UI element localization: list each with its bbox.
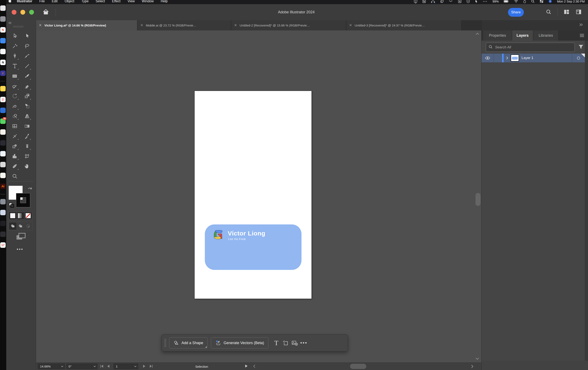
last-artboard-icon[interactable] [148, 364, 153, 368]
panel-menu-icon[interactable] [579, 33, 584, 38]
dock-app-icon[interactable]: Ai [0, 184, 6, 189]
shield-check-status-icon[interactable] [467, 0, 470, 3]
layer-name-label[interactable]: Layer 1 [522, 56, 572, 60]
keyboard-a-status-icon[interactable] [458, 0, 462, 3]
stroke-color-swatch[interactable] [16, 193, 30, 207]
place-image-icon[interactable] [290, 337, 299, 348]
menu-item-type[interactable]: Type [81, 0, 89, 3]
rotation-field[interactable]: 0° [66, 364, 97, 369]
apple-menu-icon[interactable] [8, 0, 11, 4]
share-button[interactable]: Share [508, 8, 524, 17]
dock-app-icon[interactable]: 2 [0, 97, 6, 102]
menu-item-view[interactable]: View [127, 0, 135, 3]
zoom-window-button[interactable] [29, 10, 34, 15]
dock-app-icon[interactable] [0, 16, 6, 22]
horizontal-scrollbar-thumb[interactable] [350, 364, 366, 369]
close-tab-icon[interactable] [234, 23, 237, 27]
line-segment-tool[interactable] [23, 62, 31, 70]
workspace-switcher-icon[interactable] [576, 9, 582, 16]
layer-thumbnail[interactable] [511, 54, 519, 62]
slice-tool[interactable] [11, 162, 19, 170]
menu-item-edit[interactable]: Edit [52, 0, 58, 3]
spotlight-search-icon[interactable] [531, 0, 535, 3]
shaper-tool[interactable] [11, 82, 19, 90]
scroll-up-icon[interactable] [475, 32, 479, 36]
vertical-scrollbar-thumb[interactable] [475, 193, 481, 206]
arrange-documents-icon[interactable] [563, 9, 570, 16]
dock-app-icon[interactable]: N [0, 27, 6, 33]
dock-app-icon[interactable] [0, 49, 6, 54]
notion-status-icon[interactable] [422, 0, 426, 3]
symbol-sprayer-tool[interactable] [23, 142, 31, 150]
menu-item-select[interactable]: Select [96, 0, 105, 3]
dock-app-icon[interactable] [0, 108, 6, 113]
artboard-tool[interactable] [23, 152, 31, 160]
ellipsis-status-icon[interactable]: ••• [483, 0, 488, 3]
color-fill-button[interactable] [9, 212, 16, 219]
droplet-status-icon[interactable] [523, 0, 526, 3]
type-tool-shortcut-icon[interactable]: T [272, 337, 281, 348]
dock-app-icon[interactable] [0, 140, 6, 146]
add-artboard-icon[interactable] [281, 337, 290, 348]
waves-status-icon[interactable] [449, 0, 453, 3]
none-fill-button[interactable] [25, 212, 32, 219]
paintbrush-tool[interactable] [23, 72, 31, 80]
add-shape-button[interactable]: Add a Shape [169, 337, 208, 348]
pen-tool[interactable] [11, 52, 19, 60]
swap-fill-stroke-icon[interactable] [28, 186, 33, 191]
close-tab-icon[interactable] [39, 23, 42, 27]
status-play-icon[interactable] [245, 364, 248, 368]
gradient-fill-button[interactable] [17, 212, 24, 219]
dock-app-icon[interactable] [0, 231, 6, 237]
dock-app-icon[interactable] [0, 162, 6, 167]
hand-tool[interactable] [23, 162, 31, 170]
close-tab-icon[interactable] [140, 23, 143, 27]
tab-untitled-3[interactable]: Untitled-3 [Recovered]* @ 24.97 % (RGB/P… [346, 20, 462, 31]
scale-tool[interactable] [23, 92, 31, 100]
eyedropper-tool[interactable] [23, 132, 31, 140]
draw-normal-mode-button[interactable] [9, 223, 16, 230]
close-window-button[interactable] [12, 10, 16, 15]
tab-victor-liong[interactable]: Victor Liong.ai* @ 14.66 % (RGB/Preview) [36, 20, 137, 31]
artboard[interactable]: Victor Liong Lee Ho Fook [194, 91, 312, 299]
zoom-level-field[interactable]: 14.66% [38, 364, 65, 369]
menu-bar-clock[interactable]: Mon 2 Sep 2:30 PM [557, 0, 585, 3]
dock-app-icon[interactable] [0, 5, 6, 11]
artboard-number-field[interactable]: 1 [114, 364, 138, 369]
menu-item-effect[interactable]: Effect [112, 0, 121, 3]
mesh-tool[interactable] [11, 122, 19, 130]
dock-app-icon[interactable] [0, 199, 6, 204]
audio-status-icon[interactable] [431, 0, 435, 3]
tools-panel-grip[interactable] [13, 26, 23, 28]
next-artboard-icon[interactable] [143, 364, 146, 368]
dock-app-icon[interactable]: r [0, 70, 6, 76]
chevron-down-icon[interactable] [59, 364, 65, 369]
siri-icon[interactable] [548, 0, 552, 3]
free-transform-tool[interactable] [23, 102, 31, 110]
eraser-tool[interactable] [23, 82, 31, 90]
dock-app-icon[interactable]: N [0, 60, 6, 65]
dock-app-icon[interactable] [0, 38, 6, 44]
zoom-tool[interactable] [11, 172, 19, 180]
dock-app-icon[interactable] [0, 151, 6, 156]
business-card-object[interactable]: Victor Liong Lee Ho Fook [205, 224, 302, 270]
scroll-down-icon[interactable] [475, 357, 479, 361]
search-icon[interactable] [546, 9, 552, 16]
magic-wand-tool[interactable] [11, 42, 19, 50]
direct-selection-tool[interactable] [23, 32, 31, 40]
edit-toolbar-icon[interactable]: ••• [17, 247, 23, 252]
task-bar-drag-handle[interactable] [164, 339, 166, 347]
menu-item-illustrator[interactable]: Illustrator [17, 0, 32, 3]
type-tool[interactable] [11, 62, 19, 70]
windows-status-icon[interactable] [440, 0, 444, 3]
status-tool-label[interactable]: Selection [180, 363, 224, 370]
dock-app-icon[interactable] [0, 210, 6, 215]
status-expand-icon[interactable] [253, 364, 255, 368]
dock-app-icon[interactable] [0, 86, 6, 91]
scroll-right-icon[interactable] [471, 365, 473, 368]
tab-libraries[interactable]: Libraries [533, 31, 559, 41]
canvas[interactable]: Victor Liong Lee Ho Fook Add a Shape Gen… [36, 31, 481, 362]
default-fill-stroke-icon[interactable] [9, 203, 14, 209]
column-graph-tool[interactable] [11, 152, 19, 160]
task-bar-more-icon[interactable]: ••• [299, 337, 308, 348]
